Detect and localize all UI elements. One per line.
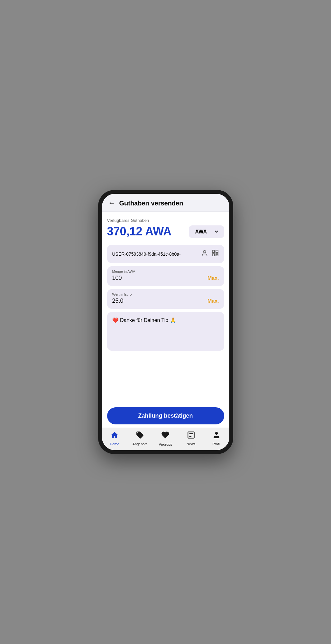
nav-item-news[interactable]: News: [181, 431, 201, 446]
euro-value-row: 25.0 Max.: [112, 298, 219, 304]
nav-item-home[interactable]: Home: [105, 431, 124, 446]
nav-label-angebote: Angebote: [133, 442, 148, 446]
svg-rect-2: [216, 250, 218, 252]
user-icon[interactable]: [201, 250, 208, 258]
nav-label-airdrops: Airdrops: [159, 442, 172, 446]
nav-label-profil: Profil: [212, 442, 220, 446]
balance-currency: AWA: [145, 225, 171, 238]
page-title: Guthaben versenden: [119, 200, 183, 207]
angebote-icon: [136, 431, 144, 441]
news-icon: [187, 431, 195, 441]
balance-number: 370,12: [107, 225, 143, 238]
nav-label-home: Home: [110, 442, 119, 446]
page-header: ← Guthaben versenden: [102, 194, 229, 212]
home-icon: [110, 431, 119, 441]
scroll-area: Verfügbares Guthaben 370,12 AWA AWA BTC …: [102, 212, 229, 403]
svg-rect-5: [217, 254, 218, 255]
euro-value-label: Wert in Euro: [112, 292, 219, 296]
message-text: ❤️ Danke für Deinen Tip 🙏: [112, 317, 176, 323]
svg-rect-7: [217, 255, 218, 256]
svg-rect-4: [216, 254, 217, 255]
awa-amount-value: 100: [112, 275, 122, 281]
phone-frame: ← Guthaben versenden Verfügbares Guthabe…: [98, 190, 233, 454]
profil-icon: [212, 431, 221, 441]
euro-max-button[interactable]: Max.: [207, 298, 219, 304]
recipient-value: USER-07593840-f9da-451c-8b0a-: [112, 251, 201, 257]
currency-selector[interactable]: AWA BTC ETH: [189, 225, 224, 238]
airdrops-icon: [161, 431, 170, 441]
back-button[interactable]: ←: [108, 199, 115, 207]
awa-amount-label: Menge in AWA: [112, 270, 219, 273]
nav-item-angebote[interactable]: Angebote: [130, 431, 150, 446]
currency-dropdown[interactable]: AWA BTC ETH: [194, 229, 219, 235]
recipient-icons: [201, 249, 219, 259]
euro-value-field[interactable]: Wert in Euro 25.0 Max.: [107, 289, 224, 309]
confirm-button[interactable]: Zahllung bestätigen: [107, 407, 224, 424]
balance-label: Verfügbares Guthaben: [107, 218, 224, 223]
euro-value-value: 25.0: [112, 298, 124, 304]
balance-row: 370,12 AWA AWA BTC ETH: [107, 225, 224, 238]
recipient-field[interactable]: USER-07593840-f9da-451c-8b0a-: [107, 245, 224, 263]
bottom-nav: Home Angebote Airdrops: [102, 428, 229, 450]
svg-rect-6: [216, 255, 217, 256]
qr-icon[interactable]: [211, 249, 219, 259]
nav-label-news: News: [187, 442, 196, 446]
confirm-button-area: Zahllung bestätigen: [102, 403, 229, 428]
awa-amount-field[interactable]: Menge in AWA 100 Max.: [107, 266, 224, 286]
awa-amount-row: 100 Max.: [112, 275, 219, 281]
svg-rect-1: [212, 250, 215, 252]
nav-item-airdrops[interactable]: Airdrops: [156, 431, 175, 446]
nav-item-profil[interactable]: Profil: [207, 431, 226, 446]
svg-point-13: [215, 432, 218, 435]
svg-rect-3: [212, 254, 215, 256]
svg-point-0: [203, 251, 206, 253]
awa-max-button[interactable]: Max.: [207, 275, 219, 281]
phone-screen: ← Guthaben versenden Verfügbares Guthabe…: [102, 194, 229, 450]
message-field[interactable]: ❤️ Danke für Deinen Tip 🙏: [107, 312, 224, 351]
balance-amount: 370,12 AWA: [107, 225, 172, 238]
